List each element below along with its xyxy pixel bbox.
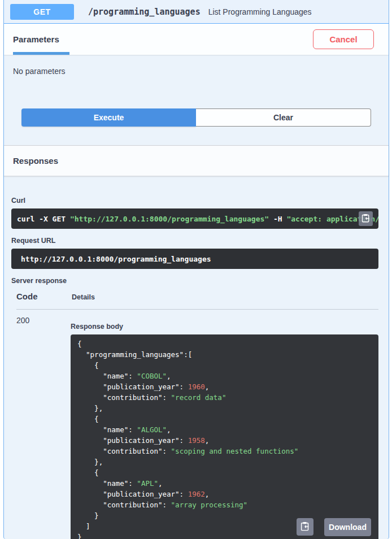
clear-button[interactable]: Clear bbox=[196, 108, 371, 127]
request-url-label: Request URL bbox=[11, 237, 378, 245]
curl-command-text: curl -X GET "http://127.0.0.1:8000/progr… bbox=[11, 215, 378, 223]
status-code: 200 bbox=[11, 316, 71, 539]
copy-curl-button[interactable] bbox=[359, 211, 373, 226]
responses-title: Responses bbox=[12, 156, 58, 166]
execute-button[interactable]: Execute bbox=[21, 108, 196, 127]
details-column-header: Details bbox=[72, 293, 95, 301]
active-tab-underline bbox=[13, 52, 69, 55]
operation-block: GET /programming_languages List Programm… bbox=[3, 0, 389, 539]
curl-command-bar: curl -X GET "http://127.0.0.1:8000/progr… bbox=[11, 208, 378, 229]
endpoint-summary: List Programming Languages bbox=[208, 7, 312, 16]
operation-summary-row[interactable]: GET /programming_languages List Programm… bbox=[4, 0, 389, 24]
response-details-cell: Response body { "programming_languages":… bbox=[71, 316, 378, 539]
clipboard-copy-icon bbox=[361, 214, 370, 224]
execute-button-group: Execute Clear bbox=[4, 108, 389, 127]
endpoint-path: /programming_languages bbox=[88, 7, 201, 17]
parameters-section-header: Parameters Cancel bbox=[4, 24, 389, 55]
code-column-header: Code bbox=[11, 292, 72, 301]
download-button[interactable]: Download bbox=[324, 518, 371, 536]
response-body-block: { "programming_languages":[ { "name": "C… bbox=[71, 334, 378, 539]
response-body-json: { "programming_languages":[ { "name": "C… bbox=[71, 334, 378, 539]
response-row-200: 200 Response body { "programming_languag… bbox=[11, 316, 378, 539]
curl-label: Curl bbox=[11, 197, 378, 205]
server-response-table: Code Details 200 Response body { "progra… bbox=[11, 292, 378, 539]
response-body-actions: Download bbox=[297, 518, 371, 536]
response-body-label: Response body bbox=[71, 323, 378, 331]
response-table-header: Code Details bbox=[11, 292, 378, 301]
table-divider bbox=[16, 309, 378, 310]
responses-body: Curl curl -X GET "http://127.0.0.1:8000/… bbox=[4, 197, 389, 539]
request-url-bar: http://127.0.0.1:8000/programming_langua… bbox=[11, 249, 378, 269]
tab-parameters[interactable]: Parameters bbox=[12, 24, 60, 55]
parameters-tab-label: Parameters bbox=[12, 34, 60, 44]
cancel-button[interactable]: Cancel bbox=[313, 29, 374, 49]
server-response-label: Server response bbox=[11, 277, 378, 285]
request-url-value: http://127.0.0.1:8000/programming_langua… bbox=[11, 255, 211, 263]
copy-response-button[interactable] bbox=[297, 518, 313, 536]
clipboard-copy-icon bbox=[300, 521, 310, 533]
method-badge[interactable]: GET bbox=[10, 4, 74, 20]
responses-section-header: Responses bbox=[4, 145, 389, 176]
no-parameters-text: No parameters bbox=[4, 55, 389, 76]
